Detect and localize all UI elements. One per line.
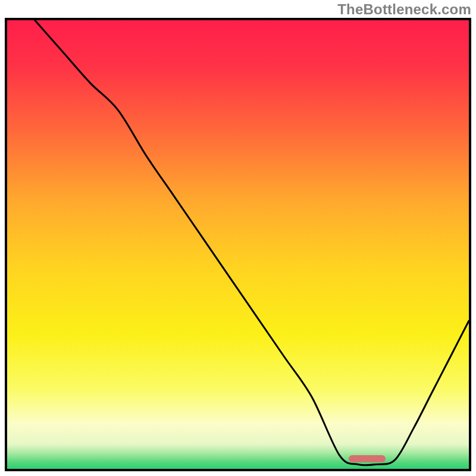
watermark-text: TheBottleneck.com <box>337 1 471 18</box>
plot-area <box>7 20 469 469</box>
plot-border <box>5 18 471 471</box>
chart-frame: TheBottleneck.com <box>0 0 476 476</box>
bottleneck-curve <box>7 20 469 469</box>
optimal-marker <box>349 455 386 462</box>
